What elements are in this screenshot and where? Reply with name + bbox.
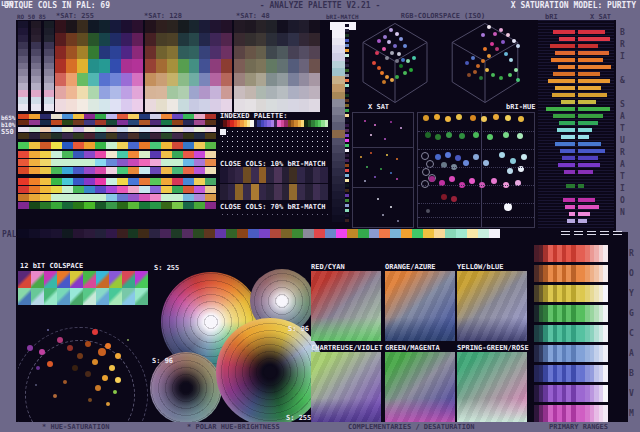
tick: [345, 174, 349, 177]
swatch: [305, 167, 313, 183]
map-cell: [88, 86, 99, 99]
swatch: [237, 229, 248, 238]
swatch: [128, 127, 139, 132]
bri-bar: [569, 212, 575, 216]
map-cell: [266, 99, 277, 112]
map-cell: [288, 20, 299, 33]
swatch: [106, 186, 117, 193]
swatch: [194, 167, 205, 174]
swatch: [194, 178, 205, 185]
swatch: [183, 120, 194, 125]
swatch: [138, 229, 149, 238]
map-cell: [88, 33, 99, 46]
swatch: [379, 229, 390, 238]
map-cell: [110, 46, 121, 59]
map-cell: [167, 33, 178, 46]
swatch: [172, 186, 183, 193]
map-cell: [221, 59, 232, 72]
colspace-cell: [18, 271, 31, 288]
map-cell: [234, 86, 245, 99]
swatch: [226, 229, 237, 238]
bri-bar: [553, 72, 575, 76]
map-cell: [55, 59, 66, 72]
swatch: [73, 114, 84, 119]
map-cell: [221, 33, 232, 46]
bri-cell: [332, 207, 345, 215]
swatch: [84, 202, 95, 209]
scatter-dot: [396, 158, 398, 160]
gridline: [418, 131, 534, 132]
primary-range-strip: [534, 245, 608, 262]
bri-bar: [563, 198, 575, 202]
map-cell: [66, 86, 77, 99]
map-cell: [288, 73, 299, 86]
bri-cell: [332, 145, 345, 153]
scatter-dot: [63, 380, 67, 384]
swatch: [183, 202, 194, 209]
map-cell: [221, 99, 232, 112]
map-cell: [55, 73, 66, 86]
scatter-dot: [88, 398, 92, 402]
palette-strip-row: [18, 133, 216, 139]
colspace-cell: [109, 271, 122, 288]
map-cell: [189, 86, 200, 99]
primary-range-strip: [534, 405, 608, 422]
swatch: [313, 184, 321, 200]
bri-cell: [332, 68, 345, 76]
swatch: [29, 159, 40, 166]
map-cell: [178, 20, 189, 33]
map-cell: [299, 20, 310, 33]
sat-map-255: [55, 20, 143, 112]
divider: [353, 147, 413, 148]
swatch: [106, 229, 117, 238]
bri-bar: [555, 86, 575, 90]
colspace-cell: [70, 271, 83, 288]
swatch: [139, 202, 150, 209]
swatch: [18, 186, 29, 193]
colspace-cell: [96, 271, 109, 288]
swatch: [18, 127, 29, 132]
swatch: [18, 159, 29, 166]
swatch: [205, 178, 216, 185]
swatch: [320, 184, 328, 200]
swatch: [205, 120, 216, 125]
scatter-dot: [473, 154, 479, 160]
palette-strip-row: [18, 142, 216, 149]
palette-tick-column: [345, 24, 349, 228]
scatter-dot: [473, 132, 479, 138]
swatch: [106, 167, 117, 174]
scatter-dot: [364, 180, 366, 182]
scatter-dot: [510, 158, 516, 164]
scatter-dot: [499, 152, 505, 158]
ramp-cell: [44, 28, 54, 35]
swatch: [205, 114, 216, 119]
bri-bar: [555, 142, 575, 146]
swatch: [51, 120, 62, 125]
range-cell: [603, 245, 608, 262]
swatch: [150, 186, 161, 193]
wheel-label-0: S: 255: [154, 264, 179, 272]
swatch: [128, 114, 139, 119]
map-cell: [266, 20, 277, 33]
bri-sat-bar-chart: [538, 20, 614, 230]
bri-bar: [557, 128, 575, 132]
tick: [345, 44, 349, 47]
scatter-dot: [469, 178, 475, 184]
bri-cell: [332, 199, 345, 207]
swatch: [117, 202, 128, 209]
swatch: [289, 167, 297, 183]
map-cell: [199, 20, 210, 33]
scatter-dot: [374, 176, 376, 178]
tick: [345, 159, 349, 162]
swatch: [40, 142, 51, 149]
primary-range-strip: [534, 345, 608, 362]
bri-bar: [558, 65, 575, 69]
ramp-cell: [44, 76, 54, 83]
scatter-dot: [516, 78, 520, 82]
swatch: [62, 127, 73, 132]
swatch: [95, 178, 106, 185]
swatch: [303, 229, 314, 238]
scatter-dot: [364, 120, 366, 122]
ramp-cell: [18, 97, 28, 104]
sat-bar: [578, 184, 584, 188]
